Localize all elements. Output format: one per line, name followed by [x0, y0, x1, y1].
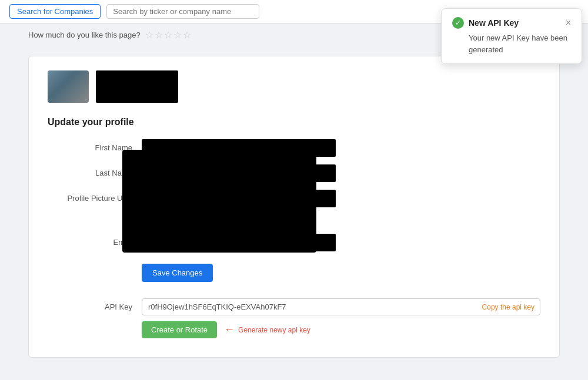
api-key-input[interactable]: [142, 298, 540, 315]
toast-body: Your new API Key have been generated: [452, 32, 571, 55]
profile-picture-input[interactable]: [142, 190, 253, 207]
profile-picture-row: Profile Picture URL: [48, 190, 540, 207]
toast-title-row: ✓ New API Key: [452, 17, 519, 29]
profile-picture-field-wrapper: [142, 190, 540, 207]
api-key-row: API Key Copy the api key: [48, 298, 540, 315]
email-input[interactable]: [142, 234, 253, 251]
star-1[interactable]: ☆: [145, 29, 153, 41]
toast-success-icon: ✓: [452, 17, 464, 29]
star-5[interactable]: ☆: [183, 29, 191, 41]
first-name-label: First Name: [48, 143, 142, 152]
avatar: [48, 70, 89, 103]
first-name-input[interactable]: [142, 139, 253, 156]
last-name-field-wrapper: [142, 164, 540, 181]
rating-question: How much do you like this page?: [28, 31, 141, 39]
email-field-wrapper: [142, 234, 540, 251]
red-arrow-icon: ←: [224, 324, 235, 336]
create-rotate-button[interactable]: Create or Rotate: [142, 321, 217, 338]
api-input-wrapper: Copy the api key: [142, 298, 540, 315]
first-name-field-wrapper: [142, 139, 540, 156]
copy-api-key-link[interactable]: Copy the api key: [482, 303, 534, 311]
toast-title: New API Key: [469, 18, 519, 28]
save-changes-button[interactable]: Save Changes: [142, 264, 213, 282]
arrow-annotation: ← Generate newy api key: [224, 324, 310, 336]
toast-close-button[interactable]: ×: [566, 18, 571, 28]
profile-picture-label: Profile Picture URL: [48, 194, 142, 203]
search-companies-button[interactable]: Search for Companies: [9, 4, 101, 19]
create-rotate-row: Create or Rotate ← Generate newy api key: [142, 321, 540, 338]
avatar-image: [48, 70, 89, 103]
last-name-input[interactable]: [142, 164, 253, 181]
last-name-label: Last Name: [48, 169, 142, 177]
email-row: Email: [48, 234, 540, 251]
avatar-redacted: [96, 70, 178, 103]
star-4[interactable]: ☆: [173, 29, 182, 41]
toast-header: ✓ New API Key ×: [452, 17, 571, 29]
star-rating[interactable]: ☆ ☆ ☆ ☆ ☆: [145, 29, 191, 41]
main-content: Update your profile First Name Last Name…: [0, 46, 588, 367]
annotation-text: Generate newy api key: [238, 326, 310, 334]
profile-card: Update your profile First Name Last Name…: [28, 56, 560, 358]
toast-notification: ✓ New API Key × Your new API Key have be…: [441, 8, 582, 64]
section-title: Update your profile: [48, 117, 540, 127]
api-key-label: API Key: [48, 302, 142, 311]
star-2[interactable]: ☆: [155, 29, 163, 41]
api-section: API Key Copy the api key Create or Rotat…: [48, 298, 540, 338]
first-name-row: First Name: [48, 139, 540, 156]
avatar-area: [48, 70, 540, 103]
email-label: Email: [48, 238, 142, 247]
last-name-row: Last Name: [48, 164, 540, 181]
star-3[interactable]: ☆: [164, 29, 172, 41]
search-input[interactable]: [106, 4, 259, 19]
bio-hint: ite your gravatar.: [142, 217, 194, 226]
